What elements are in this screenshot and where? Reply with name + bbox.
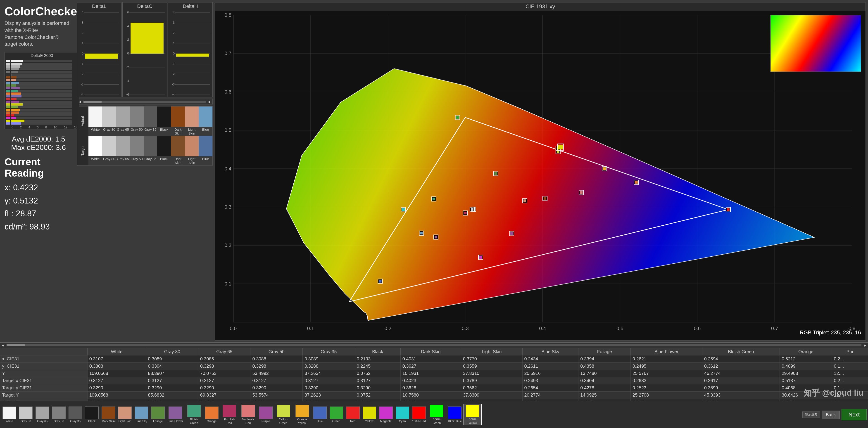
bottom-swatch-color [118, 406, 132, 419]
bottom-swatch-item[interactable]: Moderate Red [239, 404, 257, 425]
swatch-item[interactable]: Gray 50 [130, 136, 144, 165]
bottom-swatch-item[interactable]: 100% Green [428, 404, 446, 425]
swatch-item[interactable]: Light Skin [185, 106, 198, 136]
next-button[interactable]: Next [841, 409, 867, 420]
table-cell: 37.2634 [303, 370, 355, 377]
table-scroll-right[interactable]: ▶ [862, 342, 868, 348]
swatch-item[interactable]: Gray 80 [102, 106, 116, 136]
swatch-item[interactable]: Gray 65 [116, 136, 130, 165]
table-cell: 1.2... [832, 399, 868, 401]
deltae-bar-bg [11, 81, 72, 84]
bottom-swatch-item[interactable]: Red [345, 406, 361, 424]
bottom-swatch-item[interactable]: 100% Yellow [464, 404, 482, 425]
bottom-swatch-item[interactable]: Purple [258, 406, 274, 424]
table-cell: 2.0083 [303, 399, 355, 401]
swatch-item[interactable]: Blue [198, 106, 212, 136]
bottom-swatch-item[interactable]: Orange [204, 406, 220, 424]
deltae-bar-fill [11, 93, 21, 95]
deltae-bar-bg [11, 90, 72, 92]
deltae-bar-row [6, 95, 72, 97]
deltae-bar-row [6, 71, 72, 73]
swatch-item[interactable]: Black [157, 106, 171, 136]
bottom-swatch-item[interactable]: Green [329, 406, 344, 424]
table-scrollbar[interactable]: ◀ ▶ [0, 342, 868, 348]
deltae-bar-row [6, 84, 72, 87]
table-cell: 10.7580 [400, 392, 461, 399]
bottom-swatch-item[interactable]: Blue [312, 406, 328, 424]
swatch-item[interactable]: Dark Skin [171, 106, 185, 136]
swatch-item[interactable]: Light Skin [185, 136, 198, 165]
swatch-color [102, 106, 116, 127]
swatch-item[interactable]: Blue [198, 136, 212, 165]
swatch-name: Dark Skin [171, 156, 185, 165]
swatch-name: Light Skin [185, 127, 198, 136]
bottom-swatch-item[interactable]: Dark Skin [100, 406, 116, 424]
deltae-bar-row [6, 111, 72, 114]
bottom-swatch-item[interactable]: Bluish Green [185, 404, 203, 425]
bottom-swatch-item[interactable]: Black [84, 406, 100, 424]
bottom-swatch-item[interactable]: Gray 35 [67, 406, 83, 424]
swatch-item[interactable]: Black [157, 136, 171, 165]
bottom-swatch-color [313, 406, 327, 419]
deltae-bar-color [6, 106, 10, 108]
bottom-swatch-item[interactable]: Blue Flower [166, 406, 184, 424]
table-cell: 53.4992 [250, 370, 303, 377]
deltae-bar-fill [11, 98, 17, 100]
deltae-bar-bg [11, 73, 72, 76]
bottom-swatch-item[interactable]: Orange Yellow [293, 404, 311, 425]
deltaC-title: DeltaC [123, 2, 167, 10]
back-button[interactable]: Back [822, 410, 839, 419]
swatch-name: Light Skin [185, 156, 198, 165]
delta-charts-row: DeltaL DeltaC DeltaH [77, 2, 213, 97]
chart-scrollbar[interactable]: ◀ ▶ [77, 99, 213, 104]
bottom-swatch-item[interactable]: White [1, 406, 17, 424]
bottom-swatch-color [430, 405, 443, 417]
swatches-section: Actual WhiteGray 80Gray 65Gray 50Gray 35… [77, 106, 213, 165]
bottom-swatch-item[interactable]: Yellow Green [274, 404, 292, 425]
swatch-color [171, 106, 185, 127]
table-cell: 0.3288 [303, 363, 355, 370]
table-cell: 0.4278 [579, 384, 631, 392]
bottom-swatch-item[interactable]: Gray 65 [34, 406, 50, 424]
swatch-item[interactable]: Gray 50 [130, 106, 144, 136]
swatch-item[interactable]: White [89, 136, 102, 165]
table-row: Target y:CIE310.32900.32900.32900.32900.… [0, 384, 868, 392]
target-row: Target WhiteGray 80Gray 65Gray 50Gray 35… [77, 136, 212, 165]
table-header [0, 348, 88, 355]
scroll-right-arrow[interactable]: ▶ [207, 99, 212, 104]
bottom-swatch-item[interactable]: Foliage [150, 406, 166, 424]
deltae-bar-color [6, 122, 10, 125]
table-cell: 0.3127 [87, 377, 146, 384]
deltae-bar-color [6, 76, 10, 78]
fl-value: fL: 28.87 [4, 207, 72, 220]
bottom-swatch-item[interactable]: 100% Red [411, 406, 427, 424]
table-scroll-track[interactable] [6, 344, 862, 346]
swatch-item[interactable]: Dark Skin [171, 136, 185, 165]
bottom-swatch-label: 100% Green [429, 418, 444, 425]
swatch-item[interactable]: Gray 80 [102, 136, 116, 165]
show-display-button[interactable]: 显示屏幕 [802, 411, 820, 418]
deltae-axis: 0 2 4 6 8 10 12 14 [5, 126, 79, 129]
bottom-swatch-item[interactable]: Light Skin [117, 406, 133, 424]
bottom-swatch-color [101, 406, 115, 419]
bottom-swatch-item[interactable]: Purplish Red [220, 404, 239, 425]
bottom-swatch-item[interactable]: Blue Sky [133, 406, 149, 424]
table-cell: 0.3308 [87, 363, 146, 370]
swatch-item[interactable]: Gray 35 [144, 106, 157, 136]
bottom-swatch-item[interactable]: Gray 50 [51, 406, 67, 424]
swatch-item[interactable]: Gray 35 [144, 136, 157, 165]
bottom-swatch-item[interactable]: Magenta [378, 406, 394, 424]
deltaC-area [123, 10, 167, 97]
bottom-swatch-item[interactable]: Gray 80 [18, 406, 34, 424]
table-cell: 0.3298 [250, 363, 303, 370]
swatch-item[interactable]: Gray 65 [116, 106, 130, 136]
bottom-swatch-item[interactable]: Yellow [362, 406, 377, 424]
bottom-swatch-color [223, 405, 236, 417]
bottom-swatch-item[interactable]: Cyan [395, 406, 410, 424]
table-scroll-left[interactable]: ◀ [0, 342, 6, 348]
swatch-item[interactable]: White [89, 106, 102, 136]
scroll-track[interactable] [84, 101, 206, 103]
table-cell: 0.3127 [355, 377, 400, 384]
bottom-swatch-item[interactable]: 100% Blue [446, 406, 463, 424]
table-cell: 0.2621 [631, 355, 703, 363]
